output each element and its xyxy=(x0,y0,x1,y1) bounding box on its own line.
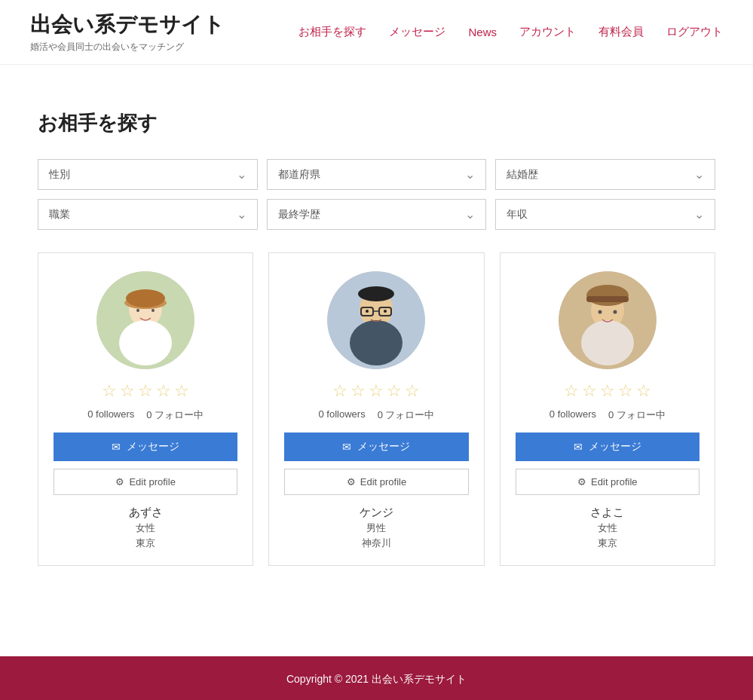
edit-profile-label: Edit profile xyxy=(129,476,175,488)
profile-location: 神奈川 xyxy=(362,536,391,550)
following-count: 0 フォロー中 xyxy=(146,408,204,422)
svg-point-22 xyxy=(613,310,617,314)
filter-gender[interactable]: 性別 ⌄ xyxy=(38,159,258,190)
profile-name: ケンジ xyxy=(360,506,393,520)
star-icon: ☆ xyxy=(332,381,347,401)
followers-count: 0 followers xyxy=(87,408,134,422)
svg-point-21 xyxy=(598,310,601,314)
svg-point-10 xyxy=(358,286,394,301)
filter-prefecture[interactable]: 都道府県 ⌄ xyxy=(267,159,487,190)
profile-location: 東京 xyxy=(136,536,155,550)
filter-marriage[interactable]: 結婚歴 ⌄ xyxy=(495,159,715,190)
filter-gender-label: 性別 xyxy=(49,168,70,182)
profile-gender: 女性 xyxy=(136,521,155,535)
filter-marriage-label: 結婚歴 xyxy=(507,168,538,182)
filter-income-label: 年収 xyxy=(507,208,528,222)
followers-count: 0 followers xyxy=(319,408,366,422)
filters-container: 性別 ⌄ 都道府県 ⌄ 結婚歴 ⌄ 職業 ⌄ 最終学歴 ⌄ 年収 xyxy=(38,159,715,230)
edit-profile-label: Edit profile xyxy=(591,476,637,488)
followers-count: 0 followers xyxy=(549,408,596,422)
filter-row-1: 性別 ⌄ 都道府県 ⌄ 結婚歴 ⌄ xyxy=(38,159,715,190)
envelope-icon: ✉ xyxy=(112,441,121,453)
message-button-label: メッセージ xyxy=(127,440,179,454)
profile-name: さよこ xyxy=(590,506,624,520)
star-icon: ☆ xyxy=(405,381,420,401)
following-count: 0 フォロー中 xyxy=(378,408,435,422)
filter-income[interactable]: 年収 ⌄ xyxy=(495,199,715,230)
star-icon: ☆ xyxy=(387,381,402,401)
svg-point-5 xyxy=(136,309,139,312)
chevron-down-icon: ⌄ xyxy=(694,167,704,182)
avatar xyxy=(96,271,194,369)
filter-job[interactable]: 職業 ⌄ xyxy=(38,199,258,230)
profile-card: ☆☆☆☆☆ 0 followers 0 フォロー中 ✉ メッセージ ⚙ Edit… xyxy=(500,252,715,566)
chevron-down-icon: ⌄ xyxy=(465,167,475,182)
main-nav: お相手を探す メッセージ News アカウント 有料会員 ログアウト xyxy=(298,25,723,39)
profile-gender: 女性 xyxy=(598,521,617,535)
message-button-label: メッセージ xyxy=(357,440,410,454)
svg-point-9 xyxy=(350,320,403,365)
star-icon: ☆ xyxy=(174,381,189,401)
site-header: 出会い系デモサイト 婚活や会員同士の出会いをマッチング お相手を探す メッセージ… xyxy=(0,0,753,65)
star-icon: ☆ xyxy=(120,381,135,401)
avatar xyxy=(559,271,657,369)
stats-row: 0 followers 0 フォロー中 xyxy=(87,408,204,422)
gear-icon: ⚙ xyxy=(115,476,124,488)
page-title: お相手を探す xyxy=(38,110,715,136)
star-icon: ☆ xyxy=(350,381,366,401)
filter-row-2: 職業 ⌄ 最終学歴 ⌄ 年収 ⌄ xyxy=(38,199,715,230)
svg-point-4 xyxy=(126,289,165,307)
nav-messages[interactable]: メッセージ xyxy=(389,25,445,39)
chevron-down-icon: ⌄ xyxy=(465,207,475,222)
edit-profile-label: Edit profile xyxy=(360,476,406,488)
edit-profile-button[interactable]: ⚙ Edit profile xyxy=(284,469,468,495)
svg-point-18 xyxy=(581,320,634,365)
message-button[interactable]: ✉ メッセージ xyxy=(284,433,468,461)
svg-rect-20 xyxy=(586,296,629,302)
envelope-icon: ✉ xyxy=(342,441,351,453)
nav-logout[interactable]: ログアウト xyxy=(666,25,723,39)
profile-name: あずさ xyxy=(129,506,163,520)
stars-row: ☆☆☆☆☆ xyxy=(102,381,189,401)
avatar xyxy=(327,271,425,369)
svg-point-15 xyxy=(384,310,387,313)
nav-account[interactable]: アカウント xyxy=(519,25,576,39)
star-icon: ☆ xyxy=(582,381,597,401)
star-icon: ☆ xyxy=(102,381,117,401)
star-icon: ☆ xyxy=(600,381,615,401)
profile-location: 東京 xyxy=(598,536,617,550)
chevron-down-icon: ⌄ xyxy=(237,207,246,222)
message-button-label: メッセージ xyxy=(589,440,641,454)
chevron-down-icon: ⌄ xyxy=(694,207,704,222)
star-icon: ☆ xyxy=(156,381,171,401)
copyright-text: Copyright © 2021 出会い系デモサイト xyxy=(286,673,467,685)
nav-premium[interactable]: 有料会員 xyxy=(598,25,644,39)
svg-point-14 xyxy=(366,310,369,313)
filter-education[interactable]: 最終学歴 ⌄ xyxy=(267,199,487,230)
following-count: 0 フォロー中 xyxy=(608,408,666,422)
site-subtitle: 婚活や会員同士の出会いをマッチング xyxy=(30,41,225,53)
svg-point-6 xyxy=(152,309,155,312)
svg-point-19 xyxy=(586,285,629,306)
profile-cards-container: ☆☆☆☆☆ 0 followers 0 フォロー中 ✉ メッセージ ⚙ Edit… xyxy=(38,252,715,566)
edit-profile-button[interactable]: ⚙ Edit profile xyxy=(54,469,237,495)
nav-news[interactable]: News xyxy=(468,26,497,38)
stars-row: ☆☆☆☆☆ xyxy=(564,381,651,401)
nav-find[interactable]: お相手を探す xyxy=(298,25,366,39)
message-button[interactable]: ✉ メッセージ xyxy=(516,433,699,461)
logo-area: 出会い系デモサイト 婚活や会員同士の出会いをマッチング xyxy=(30,11,225,53)
profile-card: ☆☆☆☆☆ 0 followers 0 フォロー中 ✉ メッセージ ⚙ Edit… xyxy=(268,252,484,566)
chevron-down-icon: ⌄ xyxy=(237,167,246,182)
filter-job-label: 職業 xyxy=(49,208,70,222)
filter-prefecture-label: 都道府県 xyxy=(278,168,320,182)
star-icon: ☆ xyxy=(564,381,579,401)
main-content: お相手を探す 性別 ⌄ 都道府県 ⌄ 結婚歴 ⌄ 職業 ⌄ 最終学歴 xyxy=(0,65,753,596)
star-icon: ☆ xyxy=(636,381,651,401)
profile-gender: 男性 xyxy=(366,521,386,535)
stars-row: ☆☆☆☆☆ xyxy=(332,381,420,401)
svg-point-2 xyxy=(119,320,172,365)
stats-row: 0 followers 0 フォロー中 xyxy=(549,408,666,422)
edit-profile-button[interactable]: ⚙ Edit profile xyxy=(516,469,699,495)
star-icon: ☆ xyxy=(369,381,384,401)
message-button[interactable]: ✉ メッセージ xyxy=(54,433,237,461)
